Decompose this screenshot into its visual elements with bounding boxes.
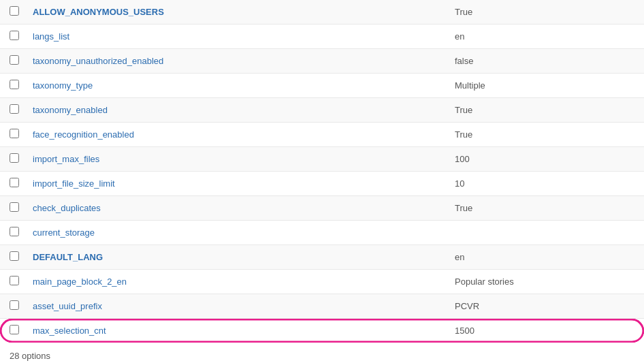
setting-name-link[interactable]: main_page_block_2_en — [33, 277, 127, 287]
setting-value-cell: True — [447, 123, 644, 147]
setting-name-link[interactable]: ALLOW_ANONYMOUS_USERS — [33, 7, 164, 17]
table-row: taxonomy_typeMultiple — [0, 74, 644, 98]
setting-name-link[interactable]: DEFAULT_LANG — [33, 252, 103, 262]
table-row: import_max_files100 — [0, 147, 644, 172]
table-row: check_duplicatesTrue — [0, 196, 644, 221]
row-checkbox[interactable] — [10, 55, 19, 65]
row-checkbox[interactable] — [10, 104, 19, 114]
setting-name-link[interactable]: taxonomy_type — [33, 80, 93, 91]
table-row: import_file_size_limit10 — [0, 172, 644, 196]
row-checkbox-cell — [0, 49, 25, 74]
table-row: current_storage — [0, 221, 644, 245]
setting-name-link[interactable]: taxonomy_unauthorized_enabled — [33, 56, 163, 66]
setting-name-cell: asset_uuid_prefix — [25, 294, 447, 319]
setting-value-cell: PCVR — [447, 294, 644, 319]
setting-name-link[interactable]: import_max_files — [33, 154, 99, 164]
row-checkbox[interactable] — [10, 80, 19, 89]
row-checkbox[interactable] — [10, 276, 19, 285]
setting-value-cell: True — [447, 0, 644, 25]
row-checkbox[interactable] — [10, 178, 19, 187]
setting-value-cell: en — [447, 245, 644, 270]
row-checkbox[interactable] — [10, 202, 19, 212]
row-checkbox-cell — [0, 0, 25, 25]
table-row: DEFAULT_LANGen — [0, 245, 644, 270]
table-row: ALLOW_ANONYMOUS_USERSTrue — [0, 0, 644, 25]
setting-name-link[interactable]: max_selection_cnt — [33, 326, 106, 336]
setting-name-cell: import_file_size_limit — [25, 172, 447, 196]
setting-name-cell: ALLOW_ANONYMOUS_USERS — [25, 0, 447, 25]
setting-name-link[interactable]: langs_list — [33, 31, 69, 42]
table-row: asset_uuid_prefixPCVR — [0, 294, 644, 319]
setting-name-link[interactable]: check_duplicates — [33, 203, 101, 213]
row-checkbox[interactable] — [10, 129, 19, 138]
row-checkbox-cell — [0, 98, 25, 123]
table-row: face_recognition_enabledTrue — [0, 123, 644, 147]
row-checkbox-cell — [0, 270, 25, 294]
setting-value-cell: 10 — [447, 172, 644, 196]
row-checkbox-cell — [0, 172, 25, 196]
setting-name-cell: langs_list — [25, 25, 447, 49]
row-checkbox[interactable] — [10, 153, 19, 163]
setting-name-cell: import_max_files — [25, 147, 447, 172]
table-row: max_selection_cnt1500 — [0, 319, 644, 343]
setting-value-cell: en — [447, 25, 644, 49]
row-checkbox[interactable] — [10, 31, 19, 40]
setting-value-cell — [447, 221, 644, 245]
setting-value-cell: Multiple — [447, 74, 644, 98]
setting-name-link[interactable]: taxonomy_enabled — [33, 105, 108, 115]
setting-name-cell: DEFAULT_LANG — [25, 245, 447, 270]
table-row: main_page_block_2_enPopular stories — [0, 270, 644, 294]
row-checkbox-cell — [0, 25, 25, 49]
setting-name-cell: taxonomy_type — [25, 74, 447, 98]
row-checkbox-cell — [0, 221, 25, 245]
setting-name-link[interactable]: face_recognition_enabled — [33, 129, 134, 140]
row-checkbox[interactable] — [10, 300, 19, 310]
settings-table-container: ALLOW_ANONYMOUS_USERSTruelangs_listentax… — [0, 0, 644, 363]
setting-name-cell: taxonomy_enabled — [25, 98, 447, 123]
table-row: taxonomy_enabledTrue — [0, 98, 644, 123]
table-row: taxonomy_unauthorized_enabledfalse — [0, 49, 644, 74]
row-checkbox[interactable] — [10, 251, 19, 261]
setting-value-cell: 100 — [447, 147, 644, 172]
row-checkbox[interactable] — [10, 6, 19, 16]
row-checkbox[interactable] — [10, 325, 19, 334]
setting-name-link[interactable]: import_file_size_limit — [33, 178, 115, 189]
setting-name-link[interactable]: current_storage — [33, 227, 95, 238]
setting-value-cell: false — [447, 49, 644, 74]
setting-value-cell: True — [447, 196, 644, 221]
row-checkbox-cell — [0, 245, 25, 270]
setting-name-cell: taxonomy_unauthorized_enabled — [25, 49, 447, 74]
setting-value-cell: True — [447, 98, 644, 123]
setting-value-cell: Popular stories — [447, 270, 644, 294]
row-checkbox-cell — [0, 74, 25, 98]
options-count: 28 options — [0, 343, 644, 363]
setting-name-cell: main_page_block_2_en — [25, 270, 447, 294]
setting-value-cell: 1500 — [447, 319, 644, 343]
row-checkbox-cell — [0, 319, 25, 343]
setting-name-cell: check_duplicates — [25, 196, 447, 221]
settings-table: ALLOW_ANONYMOUS_USERSTruelangs_listentax… — [0, 0, 644, 343]
row-checkbox-cell — [0, 196, 25, 221]
table-row: langs_listen — [0, 25, 644, 49]
setting-name-cell: face_recognition_enabled — [25, 123, 447, 147]
setting-name-cell: max_selection_cnt — [25, 319, 447, 343]
setting-name-cell: current_storage — [25, 221, 447, 245]
setting-name-link[interactable]: asset_uuid_prefix — [33, 301, 102, 311]
row-checkbox[interactable] — [10, 227, 19, 236]
row-checkbox-cell — [0, 123, 25, 147]
row-checkbox-cell — [0, 147, 25, 172]
row-checkbox-cell — [0, 294, 25, 319]
